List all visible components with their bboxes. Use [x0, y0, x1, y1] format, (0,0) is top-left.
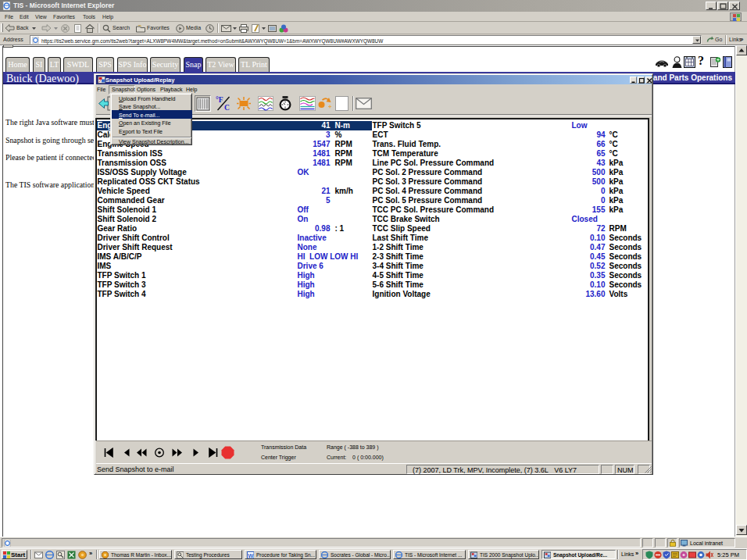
svg-text:°F: °F [216, 96, 223, 104]
svg-text:W: W [248, 552, 254, 559]
svg-text:C: C [224, 104, 230, 112]
